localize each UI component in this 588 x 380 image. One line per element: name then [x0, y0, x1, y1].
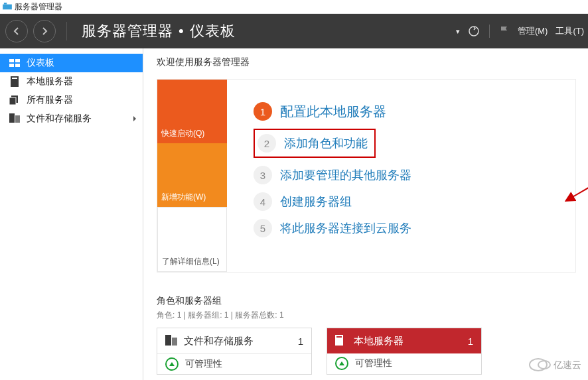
sidebar-item-label: 仪表板 [27, 57, 54, 69]
quickstart-panel: 快速启动(Q) 新增功能(W) 了解详细信息(L) 1 配置此本地服务器 2 添… [157, 79, 576, 273]
tile-header: 本地服务器 1 [327, 328, 481, 353]
sidebar-item-label: 所有服务器 [27, 94, 73, 106]
tile-row-label: 可管理性 [355, 357, 392, 369]
svg-rect-11 [9, 113, 15, 123]
storage-icon [165, 335, 177, 347]
status-up-icon [165, 357, 179, 371]
tile-header: 文件和存储服务 1 [157, 328, 311, 354]
quickstart-left: 快速启动(Q) 新增功能(W) 了解详细信息(L) [157, 80, 227, 272]
svg-rect-10 [9, 97, 16, 105]
quickstart-tab-learnmore[interactable]: 了解详细信息(L) [157, 207, 227, 272]
step-add-roles[interactable]: 2 添加角色和功能 [257, 134, 368, 153]
menu-manage[interactable]: 管理(M) [516, 23, 550, 40]
tile-title: 本地服务器 [354, 335, 404, 348]
app-icon [3, 3, 12, 11]
roles-subtitle: 角色: 1 | 服务器组: 1 | 服务器总数: 1 [157, 310, 576, 321]
sidebar: 仪表板 本地服务器 所有服务器 文件和存储服务 [0, 48, 143, 380]
divider [489, 25, 490, 38]
welcome-title: 欢迎使用服务器管理器 [157, 56, 576, 68]
step-label: 添加要管理的其他服务器 [280, 167, 411, 183]
step-add-servers[interactable]: 3 添加要管理的其他服务器 [254, 166, 575, 184]
sidebar-item-storage[interactable]: 文件和存储服务 [0, 109, 143, 128]
tile-count: 1 [298, 336, 303, 347]
tile-row-manageability[interactable]: 可管理性 [327, 353, 481, 373]
svg-rect-17 [336, 336, 342, 338]
step-configure-local[interactable]: 1 配置此本地服务器 [254, 102, 575, 121]
svg-rect-8 [12, 78, 17, 79]
svg-rect-4 [15, 59, 20, 62]
breadcrumb-separator: • [179, 23, 184, 40]
quickstart-tab-quickstart[interactable]: 快速启动(Q) [157, 80, 227, 143]
tiles-row: 文件和存储服务 1 可管理性 本地服务器 1 可管理性 [157, 328, 576, 375]
step-label: 将此服务器连接到云服务 [280, 220, 411, 236]
svg-rect-1 [4, 3, 7, 5]
tile-count: 1 [468, 336, 473, 347]
header-tools: ▾ 管理(M) 工具(T) [455, 23, 588, 40]
sidebar-item-dashboard[interactable]: 仪表板 [0, 54, 143, 72]
flag-icon[interactable] [498, 23, 511, 40]
step-number: 1 [254, 102, 272, 121]
svg-rect-14 [165, 335, 171, 346]
step-number: 3 [254, 166, 272, 184]
servers-icon [9, 95, 20, 105]
dropdown-indicator[interactable]: ▾ [455, 25, 461, 38]
header-bar: 服务器管理器 • 仪表板 ▾ 管理(M) 工具(T) [0, 14, 588, 48]
step-number: 5 [254, 219, 272, 237]
svg-rect-3 [9, 59, 14, 62]
window-titlebar: 服务器管理器 [0, 0, 588, 14]
dashboard-icon [9, 58, 20, 68]
svg-rect-6 [15, 64, 20, 67]
breadcrumb-app[interactable]: 服务器管理器 [82, 21, 173, 41]
server-icon [9, 76, 20, 87]
sidebar-item-label: 文件和存储服务 [27, 113, 92, 125]
svg-rect-0 [3, 5, 12, 10]
step-label: 配置此本地服务器 [280, 103, 386, 121]
svg-text:亿速云: 亿速云 [553, 359, 581, 370]
back-button[interactable] [5, 20, 28, 42]
svg-rect-5 [9, 64, 14, 67]
refresh-button[interactable] [467, 23, 481, 40]
tile-local-server[interactable]: 本地服务器 1 可管理性 [327, 328, 482, 375]
server-icon [335, 335, 347, 347]
step-number: 2 [257, 134, 276, 153]
roles-title: 角色和服务器组 [157, 295, 576, 307]
step-number: 4 [254, 192, 272, 211]
watermark: 亿速云 [528, 355, 584, 377]
quickstart-steps: 1 配置此本地服务器 2 添加角色和功能 3 添加要管理的其他服务器 4 创建服… [227, 80, 575, 272]
highlight-box: 2 添加角色和功能 [254, 129, 376, 158]
sidebar-item-all-servers[interactable]: 所有服务器 [0, 91, 143, 109]
tile-storage[interactable]: 文件和存储服务 1 可管理性 [157, 328, 312, 375]
tile-row-manageability[interactable]: 可管理性 [157, 354, 311, 374]
main-content: 欢迎使用服务器管理器 快速启动(Q) 新增功能(W) 了解详细信息(L) 1 配… [143, 48, 588, 380]
menu-tools[interactable]: 工具(T) [554, 23, 585, 40]
svg-rect-15 [172, 338, 177, 346]
quickstart-tab-whatsnew[interactable]: 新增功能(W) [157, 143, 227, 207]
svg-point-19 [538, 361, 550, 369]
breadcrumb: 服务器管理器 • 仪表板 [82, 21, 236, 41]
step-label: 创建服务器组 [280, 194, 352, 210]
window-title: 服务器管理器 [15, 1, 62, 13]
svg-rect-12 [15, 115, 20, 123]
svg-point-2 [469, 27, 478, 36]
sidebar-item-label: 本地服务器 [27, 76, 73, 88]
step-create-group[interactable]: 4 创建服务器组 [254, 192, 575, 211]
divider [66, 22, 67, 40]
tile-row-label: 可管理性 [185, 358, 222, 370]
step-cloud[interactable]: 5 将此服务器连接到云服务 [254, 219, 575, 237]
sidebar-item-local-server[interactable]: 本地服务器 [0, 72, 143, 91]
tile-title: 文件和存储服务 [184, 335, 254, 348]
breadcrumb-page[interactable]: 仪表板 [190, 21, 236, 41]
storage-icon [9, 113, 20, 125]
status-up-icon [335, 357, 348, 370]
forward-button[interactable] [33, 20, 56, 42]
step-label: 添加角色和功能 [284, 135, 368, 151]
